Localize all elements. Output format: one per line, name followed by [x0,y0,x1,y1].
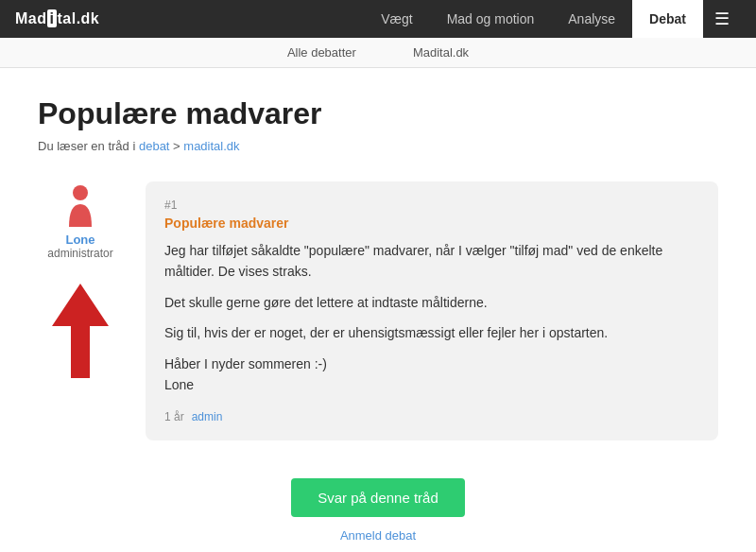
user-avatar [61,181,99,229]
post-body-line-4: Håber I nyder sommeren :-)Lone [164,354,699,396]
user-column: Lone administrator [38,181,123,383]
post-footer: 1 år admin [164,410,699,423]
post-title: Populære madvarer [164,216,699,231]
nav-analyse[interactable]: Analyse [551,0,632,38]
site-logo[interactable]: Madital.dk [15,10,99,27]
reply-area: Svar på denne tråd Anmeld debat [38,478,718,543]
reply-button[interactable]: Svar på denne tråd [291,478,465,517]
report-link[interactable]: Anmeld debat [340,528,416,543]
user-role: administrator [47,247,112,260]
user-name: Lone [65,233,94,247]
post-body-line-1: Jeg har tilføjet såkaldte "populære" mad… [164,240,699,283]
nav-mad-og-motion[interactable]: Mad og motion [430,0,552,38]
post-card: #1 Populære madvarer Jeg har tilføjet så… [146,181,718,440]
nav-vaegt[interactable]: Vægt [364,0,429,38]
post-number: #1 [164,198,699,212]
breadcrumb-madital-link[interactable]: madital.dk [183,139,239,153]
thread-area: Lone administrator #1 Populære madvarer … [38,181,718,440]
post-body: Jeg har tilføjet såkaldte "populære" mad… [164,240,699,395]
brand-highlight: i [47,9,58,27]
breadcrumb-prefix: Du læser en tråd i [38,139,139,153]
svg-marker-1 [52,284,109,378]
sub-nav: Alle debatter Madital.dk [0,38,756,68]
brand-text-mad: Mad [15,10,47,26]
nav-links: Vægt Mad og motion Analyse Debat ☰ [364,0,741,38]
breadcrumb: Du læser en tråd i debat > madital.dk [38,139,718,153]
breadcrumb-debat-link[interactable]: debat [139,139,170,153]
person-icon [63,183,97,227]
hamburger-icon[interactable]: ☰ [703,0,741,38]
svg-point-0 [73,185,88,200]
sub-nav-alle-debatter[interactable]: Alle debatter [287,45,356,60]
page-title: Populære madvarer [38,96,718,131]
post-body-line-3: Sig til, hvis der er noget, der er uhens… [164,322,699,343]
page-content: Populære madvarer Du læser en tråd i deb… [19,68,737,552]
post-age: 1 år [164,410,184,423]
sub-nav-madital[interactable]: Madital.dk [413,45,469,60]
navbar: Madital.dk Vægt Mad og motion Analyse De… [0,0,756,38]
brand-text-suffix: tal.dk [57,10,99,26]
nav-debat[interactable]: Debat [632,0,703,38]
up-arrow-icon [47,279,113,383]
breadcrumb-separator: > [169,139,183,153]
post-body-line-2: Det skulle gerne gøre det lettere at ind… [164,292,699,313]
arrow-container [47,279,113,383]
post-admin-link[interactable]: admin [192,410,223,423]
